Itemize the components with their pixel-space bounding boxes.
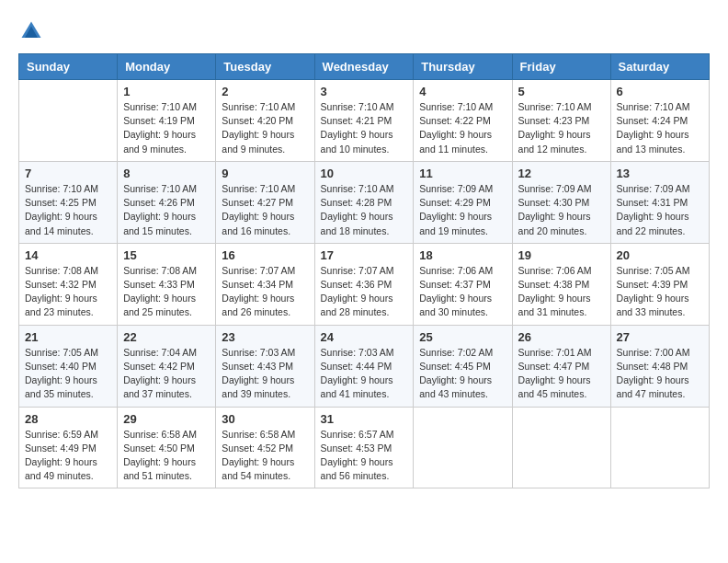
calendar-week-row: 1Sunrise: 7:10 AM Sunset: 4:19 PM Daylig… bbox=[19, 80, 710, 162]
calendar-cell: 8Sunrise: 7:10 AM Sunset: 4:26 PM Daylig… bbox=[118, 161, 216, 243]
day-info: Sunrise: 7:02 AM Sunset: 4:45 PM Dayligh… bbox=[419, 346, 506, 402]
calendar-cell: 29Sunrise: 6:58 AM Sunset: 4:50 PM Dayli… bbox=[118, 407, 216, 488]
calendar-cell: 10Sunrise: 7:10 AM Sunset: 4:28 PM Dayli… bbox=[314, 161, 414, 243]
day-info: Sunrise: 7:09 AM Sunset: 4:30 PM Dayligh… bbox=[518, 182, 605, 238]
day-number: 30 bbox=[222, 412, 308, 426]
calendar-header-row: SundayMondayTuesdayWednesdayThursdayFrid… bbox=[19, 54, 710, 80]
day-number: 7 bbox=[25, 167, 111, 180]
page-header bbox=[18, 18, 710, 44]
day-info: Sunrise: 6:58 AM Sunset: 4:52 PM Dayligh… bbox=[222, 428, 308, 484]
day-info: Sunrise: 7:10 AM Sunset: 4:21 PM Dayligh… bbox=[321, 100, 408, 156]
day-number: 4 bbox=[419, 85, 506, 98]
day-info: Sunrise: 7:10 AM Sunset: 4:23 PM Dayligh… bbox=[518, 100, 605, 156]
logo-icon bbox=[18, 18, 44, 44]
calendar-cell: 11Sunrise: 7:09 AM Sunset: 4:29 PM Dayli… bbox=[414, 161, 512, 243]
day-number: 1 bbox=[123, 85, 210, 98]
calendar-cell: 20Sunrise: 7:05 AM Sunset: 4:39 PM Dayli… bbox=[610, 243, 709, 325]
day-info: Sunrise: 7:09 AM Sunset: 4:31 PM Dayligh… bbox=[617, 182, 703, 238]
day-info: Sunrise: 7:08 AM Sunset: 4:33 PM Dayligh… bbox=[123, 264, 210, 320]
calendar-cell: 22Sunrise: 7:04 AM Sunset: 4:42 PM Dayli… bbox=[118, 325, 216, 407]
day-number: 24 bbox=[321, 330, 408, 344]
day-number: 25 bbox=[419, 330, 506, 344]
calendar-cell: 5Sunrise: 7:10 AM Sunset: 4:23 PM Daylig… bbox=[512, 80, 610, 162]
column-header-friday: Friday bbox=[512, 54, 610, 80]
day-number: 17 bbox=[321, 248, 408, 262]
calendar-cell: 2Sunrise: 7:10 AM Sunset: 4:20 PM Daylig… bbox=[216, 80, 314, 162]
calendar-cell: 27Sunrise: 7:00 AM Sunset: 4:48 PM Dayli… bbox=[610, 325, 709, 407]
day-info: Sunrise: 7:10 AM Sunset: 4:27 PM Dayligh… bbox=[222, 182, 308, 238]
day-info: Sunrise: 7:10 AM Sunset: 4:28 PM Dayligh… bbox=[321, 182, 408, 238]
day-info: Sunrise: 7:06 AM Sunset: 4:37 PM Dayligh… bbox=[419, 264, 506, 320]
day-number: 19 bbox=[518, 248, 605, 262]
day-info: Sunrise: 7:10 AM Sunset: 4:26 PM Dayligh… bbox=[123, 182, 210, 238]
calendar-cell: 1Sunrise: 7:10 AM Sunset: 4:19 PM Daylig… bbox=[118, 80, 216, 162]
calendar-week-row: 28Sunrise: 6:59 AM Sunset: 4:49 PM Dayli… bbox=[19, 407, 710, 488]
calendar-cell: 19Sunrise: 7:06 AM Sunset: 4:38 PM Dayli… bbox=[512, 243, 610, 325]
day-info: Sunrise: 7:07 AM Sunset: 4:36 PM Dayligh… bbox=[321, 264, 408, 320]
calendar-cell: 9Sunrise: 7:10 AM Sunset: 4:27 PM Daylig… bbox=[216, 161, 314, 243]
calendar-cell: 24Sunrise: 7:03 AM Sunset: 4:44 PM Dayli… bbox=[314, 325, 414, 407]
day-info: Sunrise: 6:58 AM Sunset: 4:50 PM Dayligh… bbox=[123, 428, 210, 484]
calendar-table: SundayMondayTuesdayWednesdayThursdayFrid… bbox=[18, 53, 710, 488]
day-info: Sunrise: 7:01 AM Sunset: 4:47 PM Dayligh… bbox=[518, 346, 605, 402]
calendar-cell: 13Sunrise: 7:09 AM Sunset: 4:31 PM Dayli… bbox=[610, 161, 709, 243]
calendar-cell: 26Sunrise: 7:01 AM Sunset: 4:47 PM Dayli… bbox=[512, 325, 610, 407]
day-number: 5 bbox=[518, 85, 605, 98]
column-header-tuesday: Tuesday bbox=[216, 54, 314, 80]
day-number: 3 bbox=[321, 85, 408, 98]
day-number: 14 bbox=[25, 248, 111, 262]
day-info: Sunrise: 7:10 AM Sunset: 4:22 PM Dayligh… bbox=[419, 100, 506, 156]
column-header-sunday: Sunday bbox=[19, 54, 118, 80]
calendar-cell: 15Sunrise: 7:08 AM Sunset: 4:33 PM Dayli… bbox=[118, 243, 216, 325]
day-number: 13 bbox=[617, 167, 703, 180]
calendar-cell: 12Sunrise: 7:09 AM Sunset: 4:30 PM Dayli… bbox=[512, 161, 610, 243]
column-header-wednesday: Wednesday bbox=[314, 54, 414, 80]
calendar-cell: 4Sunrise: 7:10 AM Sunset: 4:22 PM Daylig… bbox=[414, 80, 512, 162]
day-number: 20 bbox=[617, 248, 703, 262]
day-info: Sunrise: 7:03 AM Sunset: 4:44 PM Dayligh… bbox=[321, 346, 408, 402]
day-number: 22 bbox=[123, 330, 210, 344]
calendar-cell bbox=[610, 407, 709, 488]
day-number: 15 bbox=[123, 248, 210, 262]
day-info: Sunrise: 7:10 AM Sunset: 4:19 PM Dayligh… bbox=[123, 100, 210, 156]
logo bbox=[18, 18, 48, 44]
calendar-cell: 14Sunrise: 7:08 AM Sunset: 4:32 PM Dayli… bbox=[19, 243, 118, 325]
calendar-cell: 18Sunrise: 7:06 AM Sunset: 4:37 PM Dayli… bbox=[414, 243, 512, 325]
day-number: 18 bbox=[419, 248, 506, 262]
day-number: 12 bbox=[518, 167, 605, 180]
day-number: 21 bbox=[25, 330, 111, 344]
day-number: 16 bbox=[222, 248, 308, 262]
calendar-cell: 31Sunrise: 6:57 AM Sunset: 4:53 PM Dayli… bbox=[314, 407, 414, 488]
day-number: 11 bbox=[419, 167, 506, 180]
day-info: Sunrise: 7:06 AM Sunset: 4:38 PM Dayligh… bbox=[518, 264, 605, 320]
calendar-cell: 3Sunrise: 7:10 AM Sunset: 4:21 PM Daylig… bbox=[314, 80, 414, 162]
day-number: 6 bbox=[617, 85, 703, 98]
calendar-cell bbox=[19, 80, 118, 162]
calendar-cell: 23Sunrise: 7:03 AM Sunset: 4:43 PM Dayli… bbox=[216, 325, 314, 407]
day-info: Sunrise: 7:10 AM Sunset: 4:25 PM Dayligh… bbox=[25, 182, 111, 238]
column-header-monday: Monday bbox=[118, 54, 216, 80]
calendar-week-row: 14Sunrise: 7:08 AM Sunset: 4:32 PM Dayli… bbox=[19, 243, 710, 325]
day-info: Sunrise: 6:59 AM Sunset: 4:49 PM Dayligh… bbox=[25, 428, 111, 484]
day-info: Sunrise: 7:04 AM Sunset: 4:42 PM Dayligh… bbox=[123, 346, 210, 402]
calendar-week-row: 7Sunrise: 7:10 AM Sunset: 4:25 PM Daylig… bbox=[19, 161, 710, 243]
calendar-cell: 17Sunrise: 7:07 AM Sunset: 4:36 PM Dayli… bbox=[314, 243, 414, 325]
day-info: Sunrise: 7:05 AM Sunset: 4:39 PM Dayligh… bbox=[617, 264, 703, 320]
calendar-cell: 7Sunrise: 7:10 AM Sunset: 4:25 PM Daylig… bbox=[19, 161, 118, 243]
calendar-cell: 21Sunrise: 7:05 AM Sunset: 4:40 PM Dayli… bbox=[19, 325, 118, 407]
day-info: Sunrise: 7:08 AM Sunset: 4:32 PM Dayligh… bbox=[25, 264, 111, 320]
day-info: Sunrise: 7:07 AM Sunset: 4:34 PM Dayligh… bbox=[222, 264, 308, 320]
calendar-cell bbox=[414, 407, 512, 488]
day-number: 10 bbox=[321, 167, 408, 180]
day-info: Sunrise: 7:05 AM Sunset: 4:40 PM Dayligh… bbox=[25, 346, 111, 402]
day-info: Sunrise: 7:10 AM Sunset: 4:20 PM Dayligh… bbox=[222, 100, 308, 156]
day-info: Sunrise: 7:09 AM Sunset: 4:29 PM Dayligh… bbox=[419, 182, 506, 238]
day-number: 29 bbox=[123, 412, 210, 426]
day-number: 31 bbox=[321, 412, 408, 426]
day-info: Sunrise: 7:00 AM Sunset: 4:48 PM Dayligh… bbox=[617, 346, 703, 402]
day-number: 9 bbox=[222, 167, 308, 180]
day-number: 23 bbox=[222, 330, 308, 344]
calendar-cell: 28Sunrise: 6:59 AM Sunset: 4:49 PM Dayli… bbox=[19, 407, 118, 488]
calendar-cell: 30Sunrise: 6:58 AM Sunset: 4:52 PM Dayli… bbox=[216, 407, 314, 488]
calendar-cell: 6Sunrise: 7:10 AM Sunset: 4:24 PM Daylig… bbox=[610, 80, 709, 162]
